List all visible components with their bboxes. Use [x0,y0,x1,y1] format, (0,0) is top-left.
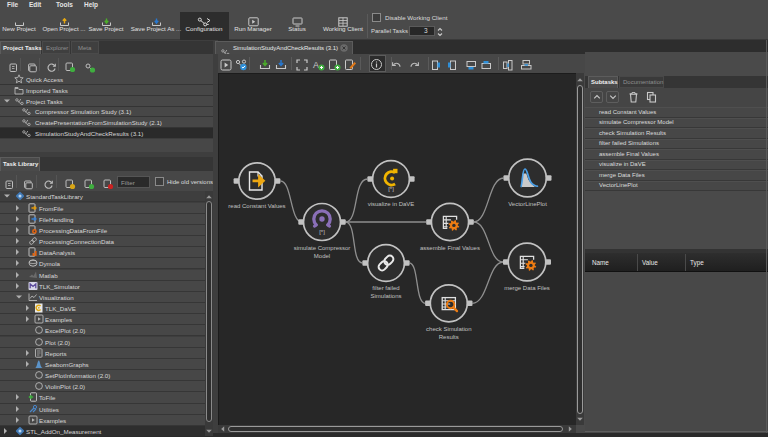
svg-text:filter failed: filter failed [372,285,399,291]
svg-text:read Constant Values: read Constant Values [228,203,285,209]
svg-text:[*]: [*] [388,186,394,192]
svg-text:Simulations: Simulations [370,293,401,299]
svg-text:visualize in DaVE: visualize in DaVE [368,201,415,207]
svg-text:Model: Model [314,253,330,259]
svg-text:Results: Results [439,334,459,340]
svg-text:check Simulation: check Simulation [426,326,471,332]
svg-text:[*]: [*] [319,229,325,235]
svg-text:A: A [313,60,319,70]
svg-text:merge Data Files: merge Data Files [504,285,550,291]
svg-text:simulate Compressor: simulate Compressor [294,245,351,251]
svg-text:VectorLinePlot: VectorLinePlot [508,201,547,207]
svg-text:assemble Final Values: assemble Final Values [420,245,480,251]
